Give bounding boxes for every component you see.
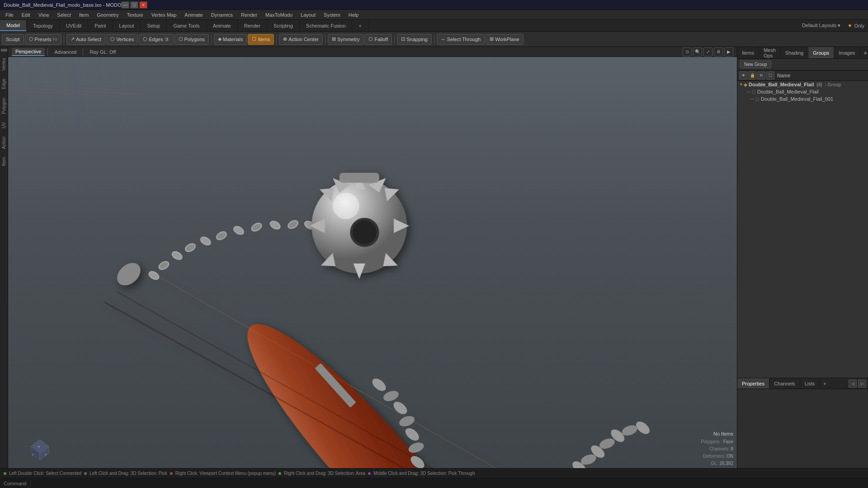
- edges-button[interactable]: ⬡ Edges 3: [139, 34, 173, 45]
- sidebar-tab-edge[interactable]: Edge: [0, 75, 7, 93]
- sidebar-tab-uv[interactable]: UV: [0, 118, 7, 132]
- close-button[interactable]: ✕: [139, 1, 147, 9]
- tree-icon-box[interactable]: ☐: [766, 71, 774, 80]
- items-button[interactable]: ☐ Items: [248, 34, 274, 45]
- br-tab-properties[interactable]: Properties: [737, 378, 769, 389]
- new-group-button[interactable]: New Group: [740, 61, 771, 68]
- materials-button[interactable]: ◈ Materials: [214, 34, 247, 45]
- workplane-button[interactable]: ⊞ WorkPlane: [486, 34, 524, 45]
- sidebar-tab-vertex[interactable]: Vertex: [0, 54, 7, 74]
- sidebar-tab-item[interactable]: Item: [0, 154, 7, 169]
- viewport-header-right: ⊙ 🔍 ⤢ ⚙ ▶: [683, 47, 733, 56]
- tab-scripting[interactable]: Scripting: [267, 20, 300, 31]
- tab-uvedit[interactable]: UVEdit: [60, 20, 88, 31]
- menu-edit[interactable]: Edit: [18, 11, 34, 19]
- svg-point-33: [333, 192, 359, 219]
- tab-schematic-fusion[interactable]: Schematic Fusion: [300, 20, 352, 31]
- tree-item-1[interactable]: — ⬡ Double_Ball_Medieval_Flail: [737, 88, 868, 95]
- sidebar-drag-handle[interactable]: [1, 49, 7, 52]
- viewport-perspective-tab[interactable]: Perspective: [12, 48, 45, 56]
- minimize-button[interactable]: —: [121, 1, 129, 9]
- menu-maxcomodo[interactable]: MaxToModo: [262, 11, 296, 19]
- rp-tab-mesh-ops[interactable]: Mesh Ops: [759, 47, 781, 58]
- vp-ctrl-zoom[interactable]: 🔍: [693, 47, 702, 56]
- menu-file[interactable]: File: [2, 11, 17, 19]
- vp-ctrl-fit[interactable]: ⤢: [703, 47, 712, 56]
- svg-text:Z: Z: [32, 453, 34, 456]
- scale-stat: 20 mm: [701, 467, 733, 468]
- tab-paint[interactable]: Paint: [88, 20, 113, 31]
- symmetry-button[interactable]: ⊞ Symmetry: [328, 34, 364, 45]
- tab-animate[interactable]: Animate: [207, 20, 238, 31]
- viewport-axis-cube[interactable]: Y Z X: [28, 437, 51, 460]
- tree-icon-r[interactable]: R: [757, 71, 765, 80]
- svg-point-51: [403, 426, 421, 443]
- command-bar: Command: [0, 478, 868, 488]
- menu-texture[interactable]: Texture: [123, 11, 147, 19]
- br-tab-channels[interactable]: Channels: [769, 378, 800, 389]
- snapping-icon: ⊡: [401, 36, 405, 42]
- separator-4: [325, 34, 326, 45]
- svg-point-29: [287, 219, 299, 230]
- polygons-button[interactable]: ⬡ Polygons: [175, 34, 209, 45]
- svg-point-13: [224, 302, 509, 468]
- rp-tab-shading[interactable]: Shading: [781, 47, 808, 58]
- falloff-button[interactable]: ⬡ Falloff: [364, 34, 392, 45]
- tab-layout[interactable]: Layout: [113, 20, 141, 31]
- menu-select[interactable]: Select: [53, 11, 75, 19]
- tree-icon-lock[interactable]: 🔒: [748, 71, 756, 80]
- tab-setup[interactable]: Setup: [141, 20, 167, 31]
- workplane-icon: ⊞: [490, 36, 494, 42]
- menu-item[interactable]: Item: [75, 11, 92, 19]
- tree-icon-eye[interactable]: 👁: [739, 71, 747, 80]
- action-center-button[interactable]: ⊕ Action Center: [279, 34, 323, 45]
- tab-add[interactable]: +: [352, 20, 368, 31]
- menu-layout[interactable]: Layout: [297, 11, 319, 19]
- auto-select-button[interactable]: ↗ Auto Select: [66, 34, 105, 45]
- viewport-gl-mode[interactable]: Ray GL: Off: [86, 48, 119, 56]
- br-tab-add[interactable]: +: [820, 378, 830, 389]
- menu-dynamics[interactable]: Dynamics: [208, 11, 236, 19]
- br-tab-lists[interactable]: Lists: [800, 378, 820, 389]
- default-layouts[interactable]: Default Layouts ▾: [798, 20, 844, 31]
- menu-help[interactable]: Help: [345, 11, 363, 19]
- presets-button[interactable]: ⬡ Presets Fx: [25, 34, 61, 45]
- tab-topology[interactable]: Topology: [27, 20, 60, 31]
- tree-item-label-2: Double_Ball_Medieval_Flail_001: [761, 96, 833, 102]
- tab-render[interactable]: Render: [238, 20, 267, 31]
- br-expand-left[interactable]: ◁: [849, 380, 857, 388]
- select-through-button[interactable]: ↔ Select Through: [437, 34, 485, 45]
- maximize-button[interactable]: □: [130, 1, 138, 9]
- menu-view[interactable]: View: [35, 11, 53, 19]
- vp-ctrl-settings[interactable]: ⚙: [714, 47, 723, 56]
- title-bar-text: Double_Ball_Medieval_Flail_modo_base.lxo…: [4, 2, 121, 8]
- tree-item-2[interactable]: — ⬡ Double_Ball_Medieval_Flail_001: [737, 95, 868, 103]
- viewport[interactable]: Perspective Advanced Ray GL: Off ⊙ 🔍 ⤢ ⚙…: [8, 47, 737, 468]
- scene-canvas[interactable]: Y Z X No Items Polygons : Face Channels:…: [8, 57, 737, 468]
- menu-system[interactable]: System: [320, 11, 344, 19]
- menu-render[interactable]: Render: [237, 11, 261, 19]
- vertices-label: Vertices: [116, 37, 134, 42]
- menu-animate[interactable]: Animate: [181, 11, 206, 19]
- only-toggle[interactable]: ★ Only: [844, 20, 868, 31]
- viewport-advanced-tab[interactable]: Advanced: [51, 48, 80, 56]
- rp-tab-images[interactable]: Images: [834, 47, 860, 58]
- menu-vertex-map[interactable]: Vertex Map: [148, 11, 180, 19]
- rp-tab-groups[interactable]: Groups: [808, 47, 834, 58]
- tab-model[interactable]: Model: [0, 20, 27, 31]
- rp-tab-items[interactable]: Items: [737, 47, 759, 58]
- rp-tab-add[interactable]: +: [860, 47, 868, 58]
- sidebar-tab-polygon[interactable]: Polygon: [0, 94, 7, 117]
- sidebar-tab-action[interactable]: Action: [0, 133, 7, 153]
- tree-item-group[interactable]: ▾ ◈ Double_Ball_Medieval_Flail (4) : Gro…: [737, 81, 868, 88]
- snapping-button[interactable]: ⊡ Snapping: [397, 34, 432, 45]
- vertices-button[interactable]: ⬡ Vertices: [106, 34, 138, 45]
- br-expand-right[interactable]: ▷: [858, 380, 866, 388]
- menu-geometry[interactable]: Geometry: [93, 11, 122, 19]
- command-input[interactable]: [31, 481, 868, 486]
- vp-ctrl-camera[interactable]: ⊙: [683, 47, 692, 56]
- vp-ctrl-play[interactable]: ▶: [724, 47, 733, 56]
- tab-game-tools[interactable]: Game Tools: [167, 20, 207, 31]
- viewport-header: Perspective Advanced Ray GL: Off ⊙ 🔍 ⤢ ⚙…: [8, 47, 737, 57]
- sculpt-button[interactable]: Sculpt: [2, 34, 24, 45]
